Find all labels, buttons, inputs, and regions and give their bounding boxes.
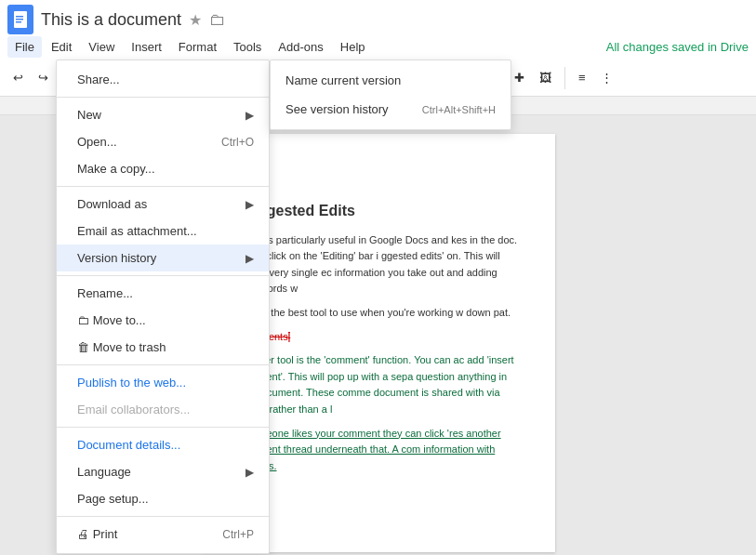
- align-button[interactable]: ≡: [573, 67, 591, 88]
- undo-button[interactable]: ↩: [7, 67, 29, 88]
- image-button[interactable]: 🖼: [534, 67, 557, 88]
- menu-new[interactable]: New ▶: [57, 101, 269, 128]
- svg-rect-2: [16, 19, 23, 20]
- menu-print[interactable]: 🖨 Print Ctrl+P: [57, 521, 269, 548]
- menu-move-to[interactable]: 🗀 Move to...: [57, 307, 269, 334]
- email-collab-label: Email collaborators...: [77, 403, 190, 416]
- language-label: Language: [77, 465, 131, 479]
- folder-icon[interactable]: 🗀: [209, 10, 226, 30]
- doc-para-2: This is the best tool to use when you're…: [239, 305, 518, 322]
- print-label: 🖨 Print: [77, 527, 117, 541]
- menu-doc-details[interactable]: Document details...: [57, 431, 269, 458]
- open-label: Open...: [77, 135, 117, 149]
- menu-email-collab: Email collaborators...: [57, 396, 269, 423]
- docs-icon: [7, 5, 33, 34]
- menu-share[interactable]: Share...: [57, 66, 269, 93]
- menu-tools[interactable]: Tools: [226, 36, 269, 58]
- divider-2: [57, 186, 269, 187]
- doc-heading: Suggested Edits: [239, 199, 518, 223]
- title-bar: This is a document ★ 🗀: [0, 0, 756, 33]
- menu-rename[interactable]: Rename...: [57, 280, 269, 307]
- document-title[interactable]: This is a document: [41, 10, 181, 30]
- folder-menu-icon: 🗀: [77, 313, 93, 327]
- svg-rect-1: [16, 16, 23, 18]
- new-arrow: ▶: [245, 109, 254, 122]
- share-label: Share...: [77, 73, 120, 86]
- trash-icon: 🗑: [77, 340, 93, 354]
- publish-web-label: Publish to the web...: [77, 376, 186, 390]
- page-setup-label: Page setup...: [77, 492, 149, 506]
- comment-button[interactable]: ✚: [509, 67, 530, 88]
- star-icon[interactable]: ★: [189, 11, 202, 29]
- menu-page-setup[interactable]: Page setup...: [57, 485, 269, 512]
- menu-file[interactable]: File: [7, 36, 42, 58]
- version-history-arrow: ▶: [245, 252, 254, 265]
- menu-format[interactable]: Format: [171, 36, 224, 58]
- menu-help[interactable]: Help: [333, 36, 373, 58]
- menu-open[interactable]: Open... Ctrl+O: [57, 128, 269, 155]
- print-menu-icon: 🖨: [77, 527, 93, 541]
- download-arrow: ▶: [245, 198, 254, 211]
- move-to-label: 🗀 Move to...: [77, 313, 146, 327]
- divider-5: [57, 427, 269, 428]
- autosave-status: All changes saved in Drive: [606, 40, 749, 54]
- open-shortcut: Ctrl+O: [221, 136, 254, 149]
- divider-1: [57, 97, 269, 98]
- menu-move-trash[interactable]: 🗑 Move to trash: [57, 334, 269, 361]
- doc-details-label: Document details...: [77, 438, 180, 452]
- divider-6: [57, 516, 269, 517]
- separator4: [564, 67, 565, 89]
- move-trash-label: 🗑 Move to trash: [77, 340, 166, 354]
- menu-language[interactable]: Language ▶: [57, 458, 269, 485]
- see-history-shortcut: Ctrl+Alt+Shift+H: [422, 104, 496, 115]
- version-history-label: Version history: [77, 251, 156, 265]
- menu-addons[interactable]: Add-ons: [271, 36, 330, 58]
- print-shortcut: Ctrl+P: [222, 528, 254, 541]
- doc-para-3: Comments|: [239, 329, 518, 346]
- menu-make-copy[interactable]: Make a copy...: [57, 155, 269, 182]
- more-button[interactable]: ⋮: [595, 67, 618, 88]
- menu-email-attachment[interactable]: Email as attachment...: [57, 218, 269, 244]
- download-as-label: Download as: [77, 197, 147, 211]
- name-version-label: Name current version: [285, 73, 401, 87]
- menu-publish-web[interactable]: Publish to the web...: [57, 369, 269, 396]
- menu-version-history[interactable]: Version history ▶: [57, 244, 269, 271]
- menu-download-as[interactable]: Download as ▶: [57, 191, 269, 218]
- file-menu: Share... New ▶ Open... Ctrl+O Make a cop…: [56, 59, 270, 554]
- menu-view[interactable]: View: [81, 36, 122, 58]
- name-current-version[interactable]: Name current version: [271, 66, 511, 95]
- menu-bar: File Edit View Insert Format Tools Add-o…: [0, 33, 756, 59]
- doc-para-1: s tool is particularly useful in Google …: [239, 232, 518, 297]
- svg-rect-3: [16, 21, 21, 23]
- version-history-submenu: Name current version See version history…: [270, 59, 511, 130]
- menu-insert[interactable]: Insert: [124, 36, 169, 58]
- make-copy-label: Make a copy...: [77, 162, 155, 176]
- language-arrow: ▶: [245, 466, 254, 479]
- redo-button[interactable]: ↪: [33, 67, 54, 88]
- new-label: New: [77, 108, 101, 122]
- menu-edit[interactable]: Edit: [44, 36, 79, 58]
- divider-4: [57, 364, 269, 365]
- doc-para-5: If someone likes your comment they can c…: [239, 426, 518, 475]
- see-history-label: See version history: [285, 102, 389, 116]
- title-area: This is a document ★ 🗀: [41, 10, 226, 30]
- divider-3: [57, 275, 269, 276]
- email-attachment-label: Email as attachment...: [77, 224, 197, 238]
- doc-para-4: Another tool is the 'comment' function. …: [239, 352, 518, 417]
- see-version-history[interactable]: See version history Ctrl+Alt+Shift+H: [271, 95, 511, 124]
- rename-label: Rename...: [77, 286, 133, 300]
